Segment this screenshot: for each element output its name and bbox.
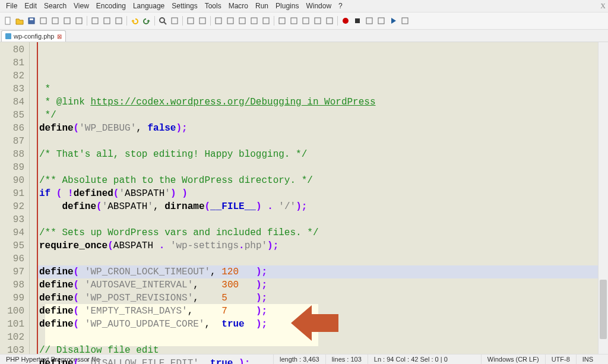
toolbar-stop-icon[interactable] <box>352 15 363 26</box>
php-file-icon <box>5 33 11 39</box>
toolbar-find-icon[interactable] <box>157 15 168 26</box>
svg-rect-21 <box>291 18 297 24</box>
svg-rect-2 <box>30 18 33 20</box>
svg-rect-4 <box>52 18 58 24</box>
toolbar-cut-icon[interactable] <box>90 15 100 26</box>
toolbar-zoom-in-icon[interactable] <box>185 15 196 26</box>
fold-margin <box>30 42 38 359</box>
line-number: 81 <box>0 56 29 69</box>
toolbar-save-all-icon[interactable] <box>38 15 49 26</box>
code-line: // Disallow file edit <box>38 344 598 357</box>
code-line: */ <box>38 109 598 122</box>
svg-rect-0 <box>5 17 10 24</box>
tab-close-icon[interactable]: ⊠ <box>57 33 62 40</box>
menu-macro[interactable]: Macro <box>225 1 252 11</box>
code-line: * <box>38 83 598 96</box>
menu-encoding[interactable]: Encoding <box>93 1 129 11</box>
toolbar-outdent-para-icon[interactable] <box>277 15 287 26</box>
toolbar-zoom-out-icon[interactable] <box>197 15 208 26</box>
svg-rect-14 <box>200 18 205 24</box>
svg-rect-19 <box>263 18 269 24</box>
menu-search[interactable]: Search <box>40 1 70 11</box>
svg-rect-18 <box>251 18 257 24</box>
svg-rect-12 <box>172 18 178 24</box>
line-number: 96 <box>0 252 29 265</box>
line-number: 83 <box>0 83 29 96</box>
toolbar-paste-icon[interactable] <box>113 15 124 26</box>
line-number: 90 <box>0 174 29 187</box>
toolbar-uncomment-icon[interactable] <box>312 15 323 26</box>
code-line <box>38 135 598 148</box>
code-line: require_once(ABSPATH . 'wp-settings.php'… <box>38 239 598 252</box>
code-line: define( 'WP_CRON_LOCK_TIMEOUT', 120 ); <box>38 265 598 278</box>
svg-point-10 <box>160 18 164 23</box>
toolbar-copy-icon[interactable] <box>102 15 112 26</box>
toolbar-record-icon[interactable] <box>340 15 351 26</box>
toolbar-wrap-icon[interactable] <box>225 15 236 26</box>
code-line: define( 'AUTOSAVE_INTERVAL', 300 ); <box>38 278 598 292</box>
vertical-scrollbar[interactable] <box>598 42 608 359</box>
svg-rect-13 <box>188 18 194 24</box>
line-number: 94 <box>0 226 29 239</box>
toolbar-eye-icon[interactable] <box>324 15 335 26</box>
line-number: 85 <box>0 109 29 122</box>
menu-edit[interactable]: Edit <box>21 1 40 11</box>
window-close-icon[interactable]: X <box>600 2 606 11</box>
line-number: 93 <box>0 213 29 226</box>
line-number: 87 <box>0 135 29 148</box>
tab-label: wp-config.php <box>14 33 55 40</box>
toolbar-save-icon[interactable] <box>26 15 37 26</box>
line-number: 102 <box>0 331 29 344</box>
toolbar-redo-icon[interactable] <box>141 15 152 26</box>
toolbar-play-one-icon[interactable] <box>376 15 387 26</box>
code-line <box>38 252 598 265</box>
code-line: define('WP_DEBUG', false); <box>38 122 598 135</box>
svg-rect-28 <box>378 18 384 24</box>
tab-wp-config[interactable]: wp-config.php ⊠ <box>1 30 66 42</box>
toolbar-replace-icon[interactable] <box>169 15 180 26</box>
svg-marker-29 <box>391 18 396 24</box>
scrollbar-thumb[interactable] <box>600 280 607 339</box>
svg-rect-24 <box>327 18 332 24</box>
menu-plugins[interactable]: Plugins <box>272 1 302 11</box>
toolbar-comment-icon[interactable] <box>300 15 311 26</box>
svg-rect-26 <box>355 18 360 23</box>
toolbar-play-icon[interactable] <box>388 15 398 26</box>
svg-rect-20 <box>279 18 285 24</box>
svg-rect-16 <box>227 18 233 24</box>
menu-view[interactable]: View <box>70 1 93 11</box>
menubar: FileEditSearchViewEncodingLanguageSettin… <box>0 0 608 12</box>
toolbar-sync-icon[interactable] <box>213 15 224 26</box>
callout-arrow-icon <box>291 302 338 344</box>
menu-help[interactable]: ? <box>335 1 346 11</box>
toolbar-close-icon[interactable] <box>50 15 61 26</box>
line-number: 91 <box>0 187 29 200</box>
toolbar-indent-para-icon[interactable] <box>289 15 299 26</box>
line-number: 92 <box>0 200 29 213</box>
menu-settings[interactable]: Settings <box>168 1 201 11</box>
toolbar-close-all-icon[interactable] <box>62 15 72 26</box>
line-number-gutter: 8081828384858687888990919293949596979899… <box>0 42 30 359</box>
toolbar-print-icon[interactable] <box>74 15 84 26</box>
toolbar-indent-icon[interactable] <box>249 15 259 26</box>
toolbar-chars-icon[interactable] <box>237 15 248 26</box>
toolbar-undo-icon[interactable] <box>129 15 140 26</box>
svg-point-25 <box>343 18 349 24</box>
toolbar-new-icon[interactable] <box>2 15 13 26</box>
svg-rect-27 <box>366 18 372 24</box>
line-number: 99 <box>0 292 29 305</box>
line-number: 97 <box>0 265 29 278</box>
menu-file[interactable]: File <box>2 1 21 11</box>
menu-window[interactable]: Window <box>302 1 335 11</box>
toolbar-open-icon[interactable] <box>14 15 25 26</box>
menu-tools[interactable]: Tools <box>201 1 225 11</box>
toolbar-play-fwd-icon[interactable] <box>364 15 375 26</box>
menu-language[interactable]: Language <box>129 1 168 11</box>
svg-rect-3 <box>40 18 46 24</box>
line-number: 101 <box>0 318 29 331</box>
toolbar-ucase-icon[interactable] <box>261 15 271 26</box>
menu-run[interactable]: Run <box>252 1 272 11</box>
line-number: 89 <box>0 161 29 174</box>
svg-line-11 <box>164 22 166 24</box>
toolbar-play-list-icon[interactable] <box>400 15 410 26</box>
